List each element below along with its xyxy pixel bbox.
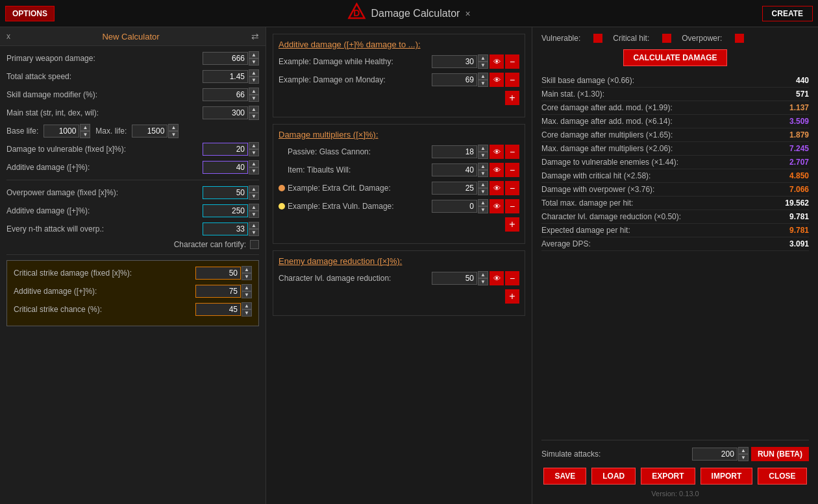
attack-speed-down[interactable]: ▼ — [249, 77, 259, 84]
additive-row-1-up[interactable]: ▲ — [478, 73, 488, 80]
enemy-section-header[interactable]: Enemy damage reduction ([×]%): — [279, 256, 519, 266]
critical-hit-checkbox[interactable] — [662, 34, 671, 43]
multiplier-row-3-input[interactable] — [432, 200, 477, 213]
multiplier-row-2-up[interactable]: ▲ — [478, 181, 488, 188]
every-nth-input[interactable] — [203, 222, 248, 235]
skill-damage-down[interactable]: ▼ — [249, 95, 259, 102]
additive-row-0-up[interactable]: ▲ — [478, 54, 488, 62]
create-button[interactable]: CREATE — [762, 6, 813, 21]
options-button[interactable]: OPTIONS — [5, 6, 55, 21]
simulate-input[interactable] — [692, 448, 737, 461]
max-life-down[interactable]: ▼ — [168, 131, 179, 138]
close-button[interactable]: CLOSE — [758, 468, 806, 485]
damage-vulnerable-input[interactable] — [203, 143, 248, 156]
additive-row-1-remove[interactable]: − — [505, 73, 519, 87]
additive-section-header[interactable]: Additive damage ([+]% damage to ...): — [279, 40, 519, 49]
additive-add-button[interactable]: + — [505, 91, 519, 105]
attack-speed-up[interactable]: ▲ — [249, 69, 259, 77]
overpower-additive-down[interactable]: ▼ — [249, 211, 259, 218]
critical-chance-down[interactable]: ▼ — [242, 309, 252, 317]
damage-vulnerable-up[interactable]: ▲ — [249, 142, 259, 149]
main-stat-down[interactable]: ▼ — [249, 113, 259, 120]
multiplier-row-2-eye[interactable]: 👁 — [490, 181, 504, 195]
critical-damage-up[interactable]: ▲ — [242, 266, 252, 273]
multiplier-row-0-remove[interactable]: − — [505, 145, 519, 159]
primary-weapon-input[interactable] — [203, 52, 248, 65]
critical-chance-input[interactable] — [195, 303, 241, 316]
simulate-down[interactable]: ▼ — [738, 454, 749, 461]
base-life-up[interactable]: ▲ — [80, 124, 90, 131]
load-button[interactable]: LOAD — [591, 468, 636, 485]
enemy-row-0-down[interactable]: ▼ — [478, 278, 488, 285]
additive-damage-1-up[interactable]: ▲ — [249, 160, 259, 167]
multiplier-row-0-up[interactable]: ▲ — [478, 145, 488, 152]
enemy-row-0-remove[interactable]: − — [505, 271, 519, 285]
additive-row-1-down[interactable]: ▼ — [478, 80, 488, 87]
additive-row-0-remove[interactable]: − — [505, 54, 519, 69]
multiplier-row-3-eye[interactable]: 👁 — [490, 199, 504, 213]
save-button[interactable]: SAVE — [543, 468, 586, 485]
critical-damage-down[interactable]: ▼ — [242, 273, 252, 280]
skill-damage-up[interactable]: ▲ — [249, 88, 259, 95]
fortify-checkbox[interactable] — [250, 240, 259, 249]
multiplier-add-button[interactable]: + — [505, 217, 519, 232]
enemy-row-0-eye[interactable]: 👁 — [490, 271, 504, 285]
additive-row-0-eye[interactable]: 👁 — [490, 54, 504, 69]
enemy-add-button[interactable]: + — [505, 289, 519, 304]
import-button[interactable]: IMPORT — [700, 468, 753, 485]
overpower-additive-up[interactable]: ▲ — [249, 204, 259, 211]
export-button[interactable]: EXPORT — [641, 468, 695, 485]
multiplier-row-2-down[interactable]: ▼ — [478, 188, 488, 195]
overpower-damage-down[interactable]: ▼ — [249, 193, 259, 200]
enemy-row-0-up[interactable]: ▲ — [478, 271, 488, 278]
multiplier-row-3-down[interactable]: ▼ — [478, 206, 488, 213]
skill-damage-input[interactable] — [203, 88, 248, 101]
critical-additive-up[interactable]: ▲ — [242, 284, 252, 291]
base-life-input[interactable] — [43, 125, 79, 138]
overpower-damage-input[interactable] — [203, 186, 248, 199]
vulnerable-checkbox[interactable] — [593, 34, 602, 43]
main-stat-input[interactable] — [203, 106, 248, 119]
run-beta-button[interactable]: RUN (BETA) — [751, 447, 809, 461]
multiplier-row-0-down[interactable]: ▼ — [478, 152, 488, 159]
overpower-checkbox[interactable] — [735, 34, 744, 43]
multiplier-row-1-eye[interactable]: 👁 — [490, 163, 504, 177]
multiplier-row-1-remove[interactable]: − — [505, 163, 519, 177]
critical-chance-up[interactable]: ▲ — [242, 302, 252, 309]
calculate-button[interactable]: CALCULATE DAMAGE — [623, 49, 726, 66]
main-stat-up[interactable]: ▲ — [249, 106, 259, 113]
critical-additive-input[interactable] — [195, 285, 241, 298]
multiplier-row-3-up[interactable]: ▲ — [478, 199, 488, 206]
base-life-down[interactable]: ▼ — [80, 131, 90, 138]
additive-row-0-input[interactable] — [432, 55, 477, 68]
multiplier-row-2-remove[interactable]: − — [505, 181, 519, 195]
multiplier-row-1-up[interactable]: ▲ — [478, 163, 488, 170]
every-nth-up[interactable]: ▲ — [249, 222, 259, 229]
critical-additive-down[interactable]: ▼ — [242, 291, 252, 298]
overpower-additive-input[interactable] — [203, 204, 248, 217]
panel-swap-icon[interactable]: ⇄ — [251, 31, 259, 42]
max-life-up[interactable]: ▲ — [168, 124, 179, 131]
multiplier-row-3-remove[interactable]: − — [505, 199, 519, 213]
multiplier-row-0-eye[interactable]: 👁 — [490, 145, 504, 159]
max-life-input[interactable] — [132, 125, 167, 138]
multiplier-row-0-input[interactable] — [432, 145, 477, 158]
additive-damage-1-input[interactable] — [203, 161, 248, 174]
simulate-up[interactable]: ▲ — [738, 447, 749, 454]
every-nth-down[interactable]: ▼ — [249, 229, 259, 236]
panel-close-icon[interactable]: x — [6, 32, 10, 41]
multipliers-section-header[interactable]: Damage multipliers ([×]%): — [279, 130, 519, 139]
critical-damage-input[interactable] — [195, 267, 241, 280]
additive-row-1-eye[interactable]: 👁 — [490, 73, 504, 87]
multiplier-row-2-input[interactable] — [432, 182, 477, 195]
damage-vulnerable-down[interactable]: ▼ — [249, 149, 259, 156]
additive-row-1-input[interactable] — [432, 73, 477, 86]
attack-speed-input[interactable] — [203, 70, 248, 83]
additive-damage-1-down[interactable]: ▼ — [249, 167, 259, 174]
multiplier-row-1-down[interactable]: ▼ — [478, 170, 488, 177]
tab-close-icon[interactable]: × — [465, 8, 470, 19]
additive-row-0-down[interactable]: ▼ — [478, 62, 488, 69]
overpower-damage-up[interactable]: ▲ — [249, 186, 259, 193]
primary-weapon-down[interactable]: ▼ — [249, 58, 259, 66]
enemy-row-0-input[interactable] — [432, 272, 477, 285]
